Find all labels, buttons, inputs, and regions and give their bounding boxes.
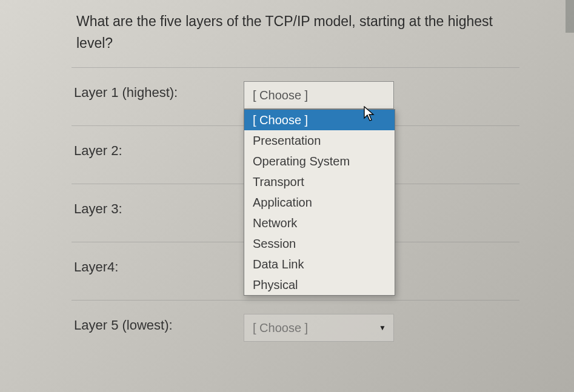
dropdown-layer-1[interactable]: [ Choose ] Presentation Operating System… [244,109,395,296]
dropdown-option-network[interactable]: Network [244,213,395,233]
row-label-3: Layer 3: [74,198,244,217]
answer-row-5: Layer 5 (lowest): [ Choose ] ▼ [72,301,519,359]
select-layer-5[interactable]: [ Choose ] ▼ [244,314,394,342]
dropdown-option-data-link[interactable]: Data Link [244,254,395,274]
select-placeholder-1: [ Choose ] [253,88,308,102]
dropdown-option-transport[interactable]: Transport [244,171,395,192]
row-label-1: Layer 1 (highest): [74,81,244,101]
select-layer-1[interactable]: [ Choose ] [244,81,394,109]
question-text: What are the five layers of the TCP/IP m… [72,11,519,54]
dropdown-option-choose[interactable]: [ Choose ] [244,110,395,130]
answer-row-1: Layer 1 (highest): [ Choose ] [ Choose ]… [72,68,519,126]
dropdown-option-physical[interactable]: Physical [244,274,395,295]
row-label-5: Layer 5 (lowest): [74,314,244,333]
question-divider [72,67,519,68]
chevron-down-icon: ▼ [379,324,386,332]
select-placeholder-5: [ Choose ] [253,321,308,335]
scrollbar-thumb[interactable] [566,0,574,33]
dropdown-option-session[interactable]: Session [244,233,395,254]
dropdown-option-operating-system[interactable]: Operating System [244,151,395,171]
row-label-4: Layer4: [74,256,244,275]
dropdown-option-application[interactable]: Application [244,192,395,213]
dropdown-option-presentation[interactable]: Presentation [244,130,395,151]
row-label-2: Layer 2: [74,139,244,159]
